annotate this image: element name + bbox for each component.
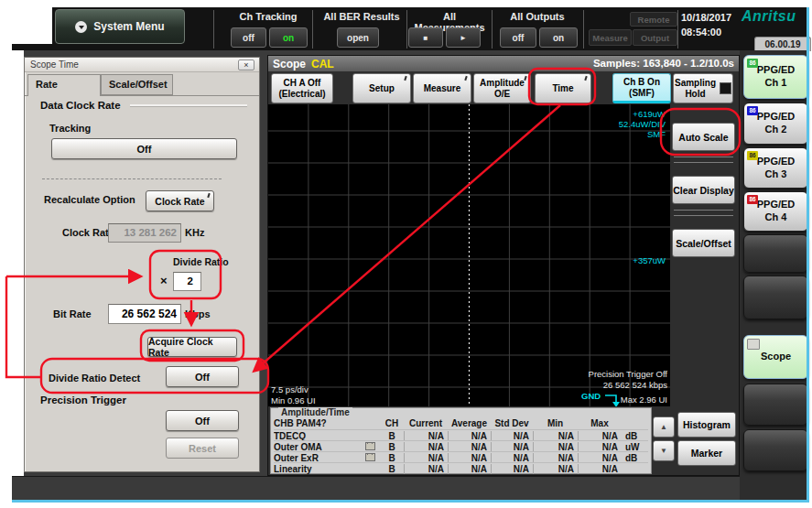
date-text: 10/18/2017: [681, 12, 731, 23]
all-ber-open-button[interactable]: open: [337, 27, 379, 48]
channel-mode-label: CHB PAM4?: [274, 418, 365, 428]
clock-rate-label: Clock Rate: [62, 227, 114, 238]
ch1-line1: PPG/ED: [757, 64, 796, 77]
system-menu-button[interactable]: System Menu: [55, 9, 185, 44]
time-text: 08:54:00: [681, 27, 721, 38]
sampling-hold-button[interactable]: Sampling Hold: [673, 73, 733, 103]
all-outputs-off-button[interactable]: off: [500, 27, 536, 48]
divide-ratio-input[interactable]: 2: [173, 272, 201, 291]
cell-stddev: N/A: [491, 431, 533, 441]
sidebar-item-blank-2[interactable]: [743, 276, 808, 319]
all-measurements-start-button[interactable]: ►: [446, 27, 481, 48]
reset-button[interactable]: Reset: [166, 438, 239, 459]
acquire-clock-rate-button[interactable]: Acquire Clock Rate: [147, 337, 237, 357]
time-button[interactable]: Time: [535, 73, 591, 103]
sidebar-item-blank-4[interactable]: [743, 429, 808, 471]
cell-current: N/A: [404, 442, 448, 452]
divide-ratio-label: Divide Ratio: [173, 256, 229, 267]
cell-max: N/A: [578, 464, 622, 474]
ch-b-line1: Ch B On: [623, 77, 660, 88]
cell-stddev: N/A: [491, 442, 533, 452]
time-label: Time: [552, 83, 573, 94]
tracking-label: Tracking: [49, 123, 91, 134]
multiply-sign: ×: [160, 274, 168, 287]
ch3-line1: PPG/ED: [757, 156, 796, 168]
ch4-line2: Ch 4: [765, 211, 787, 224]
col-average: Average: [448, 418, 491, 428]
tab-rate[interactable]: Rate: [27, 74, 101, 96]
measure-label: Measure: [424, 83, 461, 94]
amplitude-line1: Amplitude: [480, 78, 525, 89]
ch1-line2: Ch 1: [765, 77, 787, 90]
sidebar-item-ppg-ed-ch2[interactable]: 86 PPG/ED Ch 2: [743, 103, 808, 145]
ch-b-button[interactable]: Ch B On (SMF): [612, 73, 671, 103]
all-measurements-stop-button[interactable]: ■: [408, 27, 443, 48]
sidebar-item-blank-1[interactable]: [743, 234, 808, 273]
cell-min: N/A: [533, 464, 578, 474]
vertical-scale-readout: 52.4uW/DIV: [619, 119, 666, 129]
ch-a-button[interactable]: CH A Off (Electrical): [271, 73, 333, 103]
table-scroll-down-button[interactable]: ▼: [653, 440, 675, 461]
marker-button[interactable]: Marker: [677, 440, 736, 466]
bitrate-readout: 26 562 524 kbps: [603, 380, 668, 390]
setup-button[interactable]: Setup: [352, 73, 411, 103]
divide-ratio-detect-label: Divide Ratio Detect: [49, 373, 140, 384]
sidebar-item-ppg-ed-ch3[interactable]: 86 PPG/ED Ch 3: [743, 147, 808, 189]
ch3-line2: Ch 3: [765, 168, 787, 181]
scope-title-text: Scope: [273, 58, 306, 70]
all-ber-results-label: All BER Results: [317, 11, 406, 22]
amplitude-line2: O/E: [494, 89, 510, 100]
sampling-line2: Hold: [675, 89, 716, 100]
cell-unit: uW: [622, 442, 647, 452]
separator: [674, 210, 733, 211]
timebase-readout: 7.5 ps/div: [271, 384, 309, 395]
measure-button[interactable]: Measure: [413, 73, 471, 103]
divide-ratio-detect-off-button[interactable]: Off: [166, 366, 239, 387]
measurement-table: Amplitude/Time CHB PAM4? CH Current Aver…: [270, 407, 652, 474]
bottom-status-bar: [12, 476, 809, 501]
cell-min: N/A: [533, 453, 578, 463]
cell-unit: dB: [622, 431, 647, 441]
scope-time-dialog: Scope Time × Rate Scale/Offset Data Cloc…: [24, 57, 260, 472]
amplitude-oe-button[interactable]: Amplitude O/E: [473, 73, 531, 103]
sidebar-item-blank-3[interactable]: [743, 384, 808, 426]
ch-tracking-off-button[interactable]: off: [231, 27, 266, 48]
bit-rate-input[interactable]: 26 562 524: [108, 304, 181, 324]
precision-trigger-off-button[interactable]: Off: [166, 410, 239, 431]
table-group-label: Amplitude/Time: [278, 407, 352, 417]
divider: [583, 10, 584, 49]
data-clock-rate-heading: Data Clock Rate: [40, 100, 121, 111]
cell-current: N/A: [404, 464, 448, 474]
tab-scale-offset[interactable]: Scale/Offset: [101, 74, 173, 95]
tracking-off-button[interactable]: Off: [51, 138, 237, 159]
max-ui-readout: Max 2.96 UI: [621, 395, 667, 405]
dialog-titlebar[interactable]: Scope Time: [25, 58, 259, 72]
ch-a-line2: (Electrical): [278, 89, 325, 100]
sidebar-item-scope[interactable]: Scope: [743, 335, 808, 379]
cell-stddev: N/A: [491, 453, 533, 463]
separator: [674, 157, 733, 157]
histogram-button[interactable]: Histogram: [677, 412, 736, 438]
dashed-separator: [42, 178, 222, 179]
sidebar-item-ppg-ed-ch4[interactable]: 86 PPG/ED Ch 4: [743, 191, 808, 232]
cal-badge: CAL: [311, 58, 334, 70]
chevron-down-circle-icon: [75, 21, 87, 33]
ch2-line2: Ch 2: [765, 124, 787, 136]
min-ui-readout: Min 0.96 UI: [271, 395, 316, 405]
system-menu-label: System Menu: [93, 20, 164, 33]
close-icon[interactable]: ×: [238, 59, 254, 70]
cell-average: N/A: [448, 464, 491, 474]
all-outputs-on-button[interactable]: on: [539, 27, 578, 48]
auto-scale-button[interactable]: Auto Scale: [672, 123, 735, 151]
sidebar-item-ppg-ed-ch1[interactable]: 86 PPG/ED Ch 1: [743, 55, 808, 99]
scale-offset-button[interactable]: Scale/Offset: [672, 229, 735, 257]
col-min: Min: [533, 418, 578, 428]
clear-display-button[interactable]: Clear Display: [672, 176, 735, 204]
screen: System Menu Ch Tracking off on All BER R…: [0, 0, 812, 508]
cell-max: N/A: [578, 453, 622, 463]
bit-rate-label: Bit Rate: [53, 308, 92, 319]
table-header-row: CHB PAM4? CH Current Average Std Dev Min…: [274, 417, 648, 428]
ch-tracking-on-button[interactable]: on: [269, 27, 308, 48]
recalculate-option-button[interactable]: Clock Rate: [146, 190, 214, 211]
table-scroll-up-button[interactable]: ▲: [653, 416, 675, 438]
